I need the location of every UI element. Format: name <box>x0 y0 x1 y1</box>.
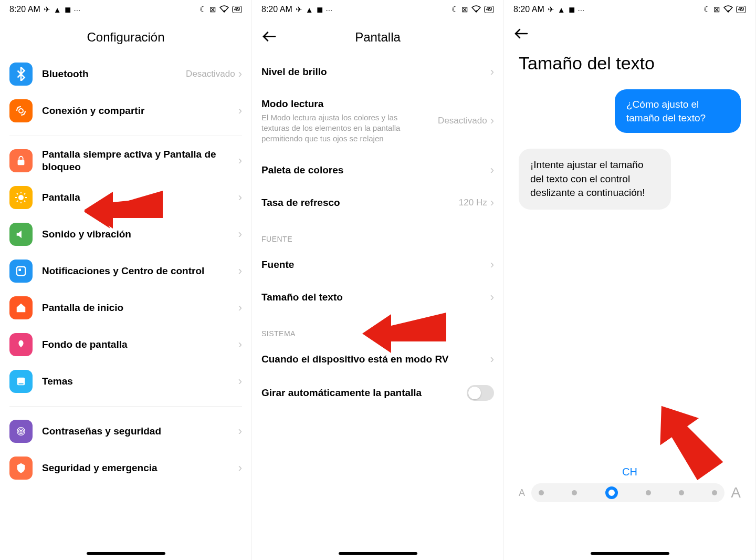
row-themes[interactable]: Temas › <box>9 363 242 400</box>
chevron-right-icon: › <box>238 104 242 118</box>
telegram-icon: ✈ <box>296 5 302 14</box>
slider-indicator-label: CH <box>519 466 741 478</box>
row-wallpaper[interactable]: Fondo de pantalla › <box>9 326 242 363</box>
more-icon: ··· <box>578 5 585 14</box>
svg-rect-15 <box>18 383 23 385</box>
chevron-right-icon: › <box>238 191 242 204</box>
svg-point-17 <box>18 429 23 433</box>
row-label: Contraseñas y seguridad <box>42 425 238 438</box>
row-safety[interactable]: Seguridad y emergencia › <box>9 450 242 486</box>
vibrate-icon: ⊠ <box>209 5 216 14</box>
connection-icon <box>9 99 33 122</box>
battery-icon: 49 <box>232 6 242 13</box>
row-label: Tamaño del texto <box>261 291 490 304</box>
more-icon: ··· <box>74 5 81 14</box>
app-icon: ◼ <box>569 5 575 14</box>
row-display[interactable]: Pantalla › <box>9 179 242 216</box>
telegram-icon: ✈ <box>44 5 50 14</box>
battery-icon: 49 <box>736 6 746 13</box>
row-label: Tasa de refresco <box>261 196 459 209</box>
text-size-slider[interactable]: A A <box>519 483 741 502</box>
moon-icon: ☾ <box>704 5 710 14</box>
text-size-slider-area: CH A A <box>504 466 755 502</box>
svg-line-8 <box>17 193 18 194</box>
moon-icon: ☾ <box>452 5 458 14</box>
row-label: Fuente <box>261 258 490 271</box>
svg-line-10 <box>17 201 18 202</box>
row-font[interactable]: Fuente › <box>252 248 503 281</box>
vibrate-icon: ⊠ <box>461 5 468 14</box>
row-label: Modo lectura <box>261 98 438 110</box>
row-label: Bluetooth <box>42 68 186 80</box>
header: Pantalla <box>252 19 503 56</box>
themes-icon <box>9 370 33 393</box>
home-indicator[interactable] <box>339 552 417 555</box>
chevron-right-icon: › <box>490 352 494 366</box>
chevron-right-icon: › <box>490 163 494 177</box>
moon-icon: ☾ <box>200 5 206 14</box>
slider-track[interactable] <box>531 483 724 502</box>
section-header-font: FUENTE <box>252 219 503 248</box>
svg-line-11 <box>24 193 25 194</box>
telegram-icon: ✈ <box>548 5 554 14</box>
chevron-right-icon: › <box>238 301 242 315</box>
row-value: Desactivado <box>186 69 235 79</box>
chevron-right-icon: › <box>238 154 242 168</box>
app-icon: ◼ <box>65 5 71 14</box>
row-label: Seguridad y emergencia <box>42 462 238 474</box>
home-indicator[interactable] <box>591 552 669 555</box>
cloud-icon: ▲ <box>558 5 565 14</box>
page-title: Tamaño del texto <box>504 43 755 89</box>
svg-rect-2 <box>18 160 25 165</box>
battery-icon: 49 <box>484 6 494 13</box>
status-time: 8:20 AM <box>9 5 40 14</box>
bluetooth-icon <box>9 63 33 86</box>
chevron-right-icon: › <box>490 114 494 128</box>
row-brightness[interactable]: Nivel de brillo › <box>252 56 503 88</box>
svg-point-3 <box>18 195 24 200</box>
cloud-icon: ▲ <box>306 5 313 14</box>
home-indicator[interactable] <box>87 552 165 555</box>
row-text-size[interactable]: Tamaño del texto › <box>252 281 503 314</box>
wifi-icon <box>219 5 229 14</box>
status-time: 8:20 AM <box>513 5 544 14</box>
auto-rotate-toggle[interactable] <box>467 385 494 401</box>
row-value: Desactivado <box>438 116 487 126</box>
row-label: Paleta de colores <box>261 164 490 177</box>
chevron-right-icon: › <box>490 65 494 79</box>
svg-point-23 <box>727 10 729 12</box>
slider-tick <box>712 490 717 495</box>
wallpaper-icon <box>9 333 33 356</box>
header: Configuración <box>0 19 251 56</box>
divider <box>9 136 242 136</box>
row-reading-mode[interactable]: Modo lectura El Modo lectura ajusta los … <box>252 88 503 154</box>
row-value: 120 Hz <box>459 198 487 208</box>
slider-thumb[interactable] <box>605 486 618 499</box>
row-connection[interactable]: Conexión y compartir › <box>9 92 242 129</box>
row-passwords[interactable]: Contraseñas y seguridad › <box>9 413 242 450</box>
row-label: Pantalla siempre activa y Pantalla de bl… <box>42 148 238 173</box>
row-home-screen[interactable]: Pantalla de inicio › <box>9 289 242 326</box>
row-color-palette[interactable]: Paleta de colores › <box>252 154 503 186</box>
row-refresh-rate[interactable]: Tasa de refresco 120 Hz › <box>252 186 503 219</box>
svg-point-0 <box>223 10 225 12</box>
row-label: Pantalla <box>42 191 238 204</box>
back-button[interactable] <box>514 26 745 43</box>
row-label: Cuando el dispositivo está en modo RV <box>261 353 490 366</box>
chevron-right-icon: › <box>238 424 242 438</box>
chevron-right-icon: › <box>490 291 494 304</box>
row-sound[interactable]: Sonido y vibración › <box>9 216 242 253</box>
row-vr-mode[interactable]: Cuando el dispositivo está en modo RV › <box>252 343 503 376</box>
back-button[interactable] <box>262 29 276 46</box>
row-notifications[interactable]: Notificaciones y Centro de control › <box>9 253 242 289</box>
row-label: Temas <box>42 375 238 388</box>
wifi-icon <box>471 5 481 14</box>
svg-line-9 <box>24 201 25 202</box>
row-label: Nivel de brillo <box>261 66 490 78</box>
row-bluetooth[interactable]: Bluetooth Desactivado › <box>9 56 242 92</box>
letter-small-icon: A <box>519 488 525 499</box>
slider-tick <box>539 490 544 495</box>
fingerprint-icon <box>9 420 33 443</box>
row-aod-lockscreen[interactable]: Pantalla siempre activa y Pantalla de bl… <box>9 142 242 179</box>
row-auto-rotate[interactable]: Girar automáticamente la pantalla <box>252 376 503 410</box>
